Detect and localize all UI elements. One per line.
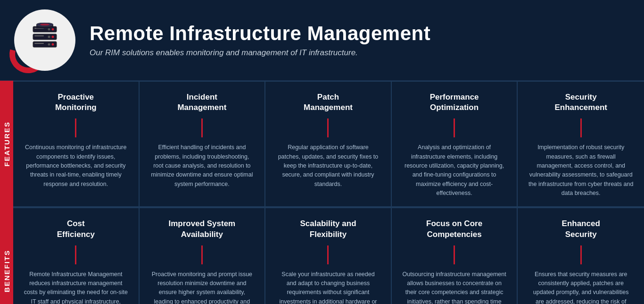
benefit-card-body-4: Ensures that security measures are consi… xyxy=(528,270,634,304)
svg-rect-7 xyxy=(34,35,44,36)
benefits-side-label-wrap: Benefits xyxy=(0,207,13,304)
header-icon-wrap xyxy=(14,9,75,71)
svg-point-2 xyxy=(48,28,50,31)
feature-card-divider-0 xyxy=(75,118,76,137)
benefit-card-divider-3 xyxy=(454,245,455,264)
features-side-label-wrap: Features xyxy=(0,81,13,207)
svg-point-6 xyxy=(48,36,50,38)
feature-card-body-2: Regular application of software patches,… xyxy=(276,143,380,189)
feature-card-2: PatchManagement Regular application of s… xyxy=(265,81,392,207)
benefit-card-0: CostEfficiency Remote Infrastructure Man… xyxy=(13,207,140,304)
server-database-icon xyxy=(28,23,61,58)
svg-point-15 xyxy=(40,24,50,25)
benefit-card-body-2: Scale your infrastructure as needed and … xyxy=(276,270,380,304)
header-text: Remote Infrastructure Management Our RIM… xyxy=(90,23,430,58)
svg-rect-11 xyxy=(34,43,44,44)
feature-card-divider-1 xyxy=(201,118,203,137)
benefit-card-title-4: EnhancedSecurity xyxy=(528,219,634,239)
benefit-card-divider-2 xyxy=(327,245,329,264)
feature-card-title-2: PatchManagement xyxy=(276,92,380,113)
feature-card-body-1: Efficient handling of incidents and prob… xyxy=(150,143,255,189)
feature-card-body-0: Continuous monitoring of infrastructure … xyxy=(24,143,128,189)
feature-card-divider-2 xyxy=(327,118,329,137)
feature-card-title-1: IncidentManagement xyxy=(150,92,255,113)
feature-card-body-3: Analysis and optimization of infrastruct… xyxy=(402,143,507,198)
benefit-card-3: Focus on CoreCompetencies Outsourcing in… xyxy=(392,207,518,304)
benefit-card-divider-0 xyxy=(75,245,76,264)
feature-card-1: IncidentManagement Efficient handling of… xyxy=(140,81,266,207)
benefits-cards-grid: CostEfficiency Remote Infrastructure Man… xyxy=(13,207,644,304)
feature-card-title-3: PerformanceOptimization xyxy=(402,92,507,113)
svg-point-9 xyxy=(52,43,54,46)
benefits-side-label: Benefits xyxy=(3,250,11,292)
page-subtitle: Our RIM solutions enables monitoring and… xyxy=(90,48,430,58)
feature-card-3: PerformanceOptimization Analysis and opt… xyxy=(392,81,518,207)
features-side-label: Features xyxy=(3,121,11,167)
benefit-card-body-3: Outsourcing infrastructure management al… xyxy=(402,270,507,304)
feature-card-4: SecurityEnhancement Implementation of ro… xyxy=(518,81,644,207)
svg-point-5 xyxy=(52,36,54,38)
features-cards-grid: ProactiveMonitoring Continuous monitorin… xyxy=(13,81,644,207)
benefit-card-title-0: CostEfficiency xyxy=(24,219,128,239)
benefits-section: Benefits CostEfficiency Remote Infrastru… xyxy=(0,207,644,304)
page-title: Remote Infrastructure Management xyxy=(90,23,430,44)
icon-circle xyxy=(14,9,75,71)
svg-point-1 xyxy=(52,28,54,31)
benefit-card-title-3: Focus on CoreCompetencies xyxy=(402,219,507,239)
benefit-card-divider-4 xyxy=(580,245,582,264)
benefit-card-title-2: Scalability andFlexibility xyxy=(276,219,380,239)
feature-card-divider-4 xyxy=(580,118,582,137)
benefit-card-2: Scalability andFlexibility Scale your in… xyxy=(265,207,392,304)
benefit-card-body-0: Remote Infrastructure Management reduces… xyxy=(24,270,128,304)
page-header: Remote Infrastructure Management Our RIM… xyxy=(0,0,644,81)
benefit-card-4: EnhancedSecurity Ensures that security m… xyxy=(518,207,644,304)
svg-point-10 xyxy=(48,43,50,46)
benefit-card-1: Improved SystemAvailability Proactive mo… xyxy=(140,207,266,304)
benefit-card-body-1: Proactive monitoring and prompt issue re… xyxy=(150,270,255,304)
feature-card-title-4: SecurityEnhancement xyxy=(528,92,634,113)
feature-card-body-4: Implementation of robust security measur… xyxy=(528,143,634,198)
feature-card-title-0: ProactiveMonitoring xyxy=(24,92,128,113)
benefit-card-divider-1 xyxy=(201,245,203,264)
features-section: Features ProactiveMonitoring Continuous … xyxy=(0,81,644,207)
benefit-card-title-1: Improved SystemAvailability xyxy=(150,219,255,239)
feature-card-0: ProactiveMonitoring Continuous monitorin… xyxy=(13,81,140,207)
feature-card-divider-3 xyxy=(454,118,455,137)
